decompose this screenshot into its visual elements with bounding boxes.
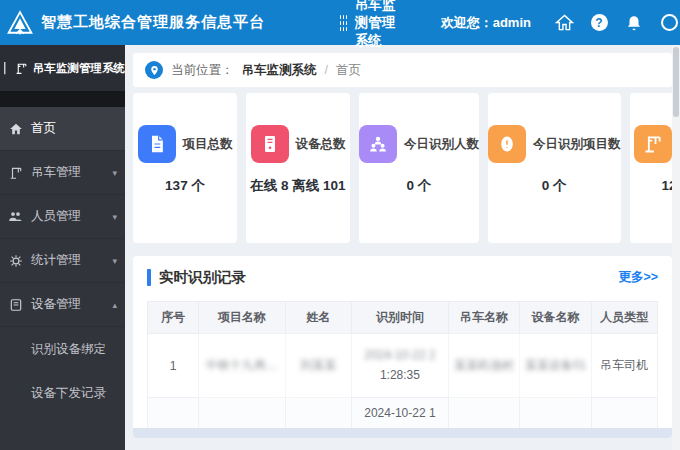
table-header-row: 序号 项目名称 姓名 识别时间 吊车名称 设备名称 人员类型 [148, 302, 658, 334]
stat-card-crane-count: 吊车数量 123 个 [630, 93, 673, 243]
info-circle-icon [488, 125, 526, 163]
stat-card-total-devices: 设备总数 在线 8 离线 101 [246, 93, 350, 243]
col-header-person-name: 姓名 [285, 302, 351, 334]
stat-card-value: 123 个 [662, 177, 672, 195]
device-icon [251, 125, 289, 163]
sidebar-subitem-label: 设备下发记录 [31, 385, 106, 402]
breadcrumb-current[interactable]: 首页 [336, 62, 361, 79]
device-icon [8, 297, 23, 312]
vertical-scrollbar[interactable] [672, 45, 680, 450]
brand: 智慧工地综合管理服务信息平台 [0, 9, 340, 37]
current-app-name: 吊车监测管理系统 [355, 0, 401, 50]
recognition-records-table: 序号 项目名称 姓名 识别时间 吊车名称 设备名称 人员类型 1 中铁十九局… … [147, 301, 658, 428]
breadcrumb-root[interactable]: 吊车监测系统 [242, 62, 317, 79]
sidebar-item-label: 设备管理 [31, 296, 104, 313]
stat-cards-row: 项目总数 137 个 设备总数 在线 8 离线 101 [133, 93, 672, 243]
sidebar-item-label: 首页 [31, 120, 117, 137]
breadcrumb-separator: / [325, 63, 328, 77]
breadcrumb-label: 当前位置： [171, 62, 234, 79]
col-header-no: 序号 [148, 302, 199, 334]
cell-crane-name: 某某机场村 [448, 334, 519, 398]
panel-title: 实时识别记录 [159, 268, 246, 287]
stat-card-label: 设备总数 [296, 136, 346, 153]
table-row: 2024-10-22 1 [148, 398, 658, 428]
sidebar-title: 吊车监测管理系统 [0, 45, 125, 91]
sidebar: 吊车监测管理系统 首页 吊车管理 ▾ 人员管理 ▾ [0, 45, 125, 450]
table-row: 1 中铁十九局… 刘某某 2024-10-22 2 1:28:35 某某机场村 … [148, 334, 658, 398]
table-footer-strip [133, 428, 672, 439]
location-pin-icon [145, 61, 163, 79]
document-icon [138, 125, 176, 163]
app-switcher[interactable]: 吊车监测管理系统 [340, 0, 401, 50]
sidebar-item-personnel-management[interactable]: 人员管理 ▾ [0, 195, 125, 239]
users-icon [8, 209, 23, 224]
topbar-right: 吊车监测管理系统 欢迎您：admin ? [340, 0, 680, 50]
breadcrumb: 当前位置： 吊车监测系统 / 首页 [133, 53, 672, 87]
sidebar-item-home[interactable]: 首页 [0, 107, 125, 151]
cell-recognition-time: 2024-10-22 1 [351, 398, 448, 428]
sidebar-item-device-management[interactable]: 设备管理 ▴ [0, 283, 125, 327]
welcome-text: 欢迎您：admin [441, 14, 531, 32]
stats-icon [8, 253, 23, 268]
more-link[interactable]: 更多>> [618, 269, 658, 286]
crane-icon [8, 165, 23, 180]
header-action-icons: ? [553, 12, 680, 34]
chevron-down-icon: ▾ [112, 256, 117, 266]
sidebar-subitem-label: 识别设备绑定 [31, 341, 106, 358]
welcome-label: 欢迎您： [441, 15, 493, 30]
sidebar-subitem-recognition-device-binding[interactable]: 识别设备绑定 [0, 327, 125, 371]
panel-title-accent-bar [147, 269, 151, 286]
crane-icon [15, 62, 28, 75]
cell-device-name: 某某设备01 [520, 334, 591, 398]
sidebar-item-label: 统计管理 [31, 252, 104, 269]
main-content: 当前位置： 吊车监测系统 / 首页 项目总数 137 个 [125, 45, 672, 450]
crane-icon [634, 125, 672, 163]
sidebar-item-crane-management[interactable]: 吊车管理 ▾ [0, 151, 125, 195]
stat-card-label: 今日识别人数 [404, 136, 479, 153]
stat-card-today-recognized-projects: 今日识别项目数 0 个 [488, 93, 621, 243]
sidebar-subitem-device-issue-records[interactable]: 设备下发记录 [0, 371, 125, 415]
stat-card-total-projects: 项目总数 137 个 [133, 93, 237, 243]
sidebar-divider [0, 91, 125, 107]
username: admin [493, 15, 531, 30]
chevron-up-icon: ▴ [112, 300, 117, 310]
col-header-device-name: 设备名称 [520, 302, 591, 334]
help-icon[interactable]: ? [588, 12, 610, 34]
col-header-person-type: 人员类型 [591, 302, 657, 334]
app-root: 智慧工地综合管理服务信息平台 吊车监测管理系统 欢迎您：admin ? [0, 0, 680, 450]
apps-grid-icon [340, 15, 347, 31]
cell-no: 1 [148, 334, 199, 398]
stat-card-today-recognized-people: 今日识别人数 0 个 [359, 93, 479, 243]
stat-card-value: 在线 8 离线 101 [250, 177, 345, 195]
sidebar-title-label: 吊车监测管理系统 [33, 61, 125, 76]
chevron-down-icon: ▾ [112, 212, 117, 222]
platform-title: 智慧工地综合管理服务信息平台 [41, 13, 265, 32]
stat-card-value: 0 个 [407, 177, 432, 195]
home-icon [8, 121, 23, 136]
col-header-crane-name: 吊车名称 [448, 302, 519, 334]
people-icon [359, 125, 397, 163]
sidebar-item-label: 吊车管理 [31, 164, 104, 181]
cell-person-type: 吊车司机 [591, 334, 657, 398]
bell-icon[interactable] [623, 12, 645, 34]
top-header: 智慧工地综合管理服务信息平台 吊车监测管理系统 欢迎您：admin ? [0, 0, 680, 45]
collapse-handle-icon [3, 60, 10, 76]
stat-card-value: 137 个 [165, 177, 205, 195]
scrollbar-thumb[interactable] [673, 47, 679, 117]
cell-person-name: 刘某某 [285, 334, 351, 398]
platform-logo-icon [6, 9, 34, 37]
realtime-records-panel: 实时识别记录 更多>> 序号 项目名称 姓名 识别时间 吊车名称 设备名 [133, 256, 672, 438]
logout-icon[interactable] [658, 12, 680, 34]
col-header-recognition-time: 识别时间 [351, 302, 448, 334]
chevron-down-icon: ▾ [112, 168, 117, 178]
stat-card-label: 项目总数 [183, 136, 233, 153]
sidebar-item-label: 人员管理 [31, 208, 104, 225]
sidebar-item-statistics-management[interactable]: 统计管理 ▾ [0, 239, 125, 283]
stat-card-value: 0 个 [542, 177, 567, 195]
home-icon[interactable] [553, 12, 575, 34]
cell-recognition-time: 2024-10-22 2 1:28:35 [351, 334, 448, 398]
stat-card-label: 今日识别项目数 [533, 136, 621, 153]
col-header-project-name: 项目名称 [199, 302, 286, 334]
cell-project-name: 中铁十九局… [199, 334, 286, 398]
